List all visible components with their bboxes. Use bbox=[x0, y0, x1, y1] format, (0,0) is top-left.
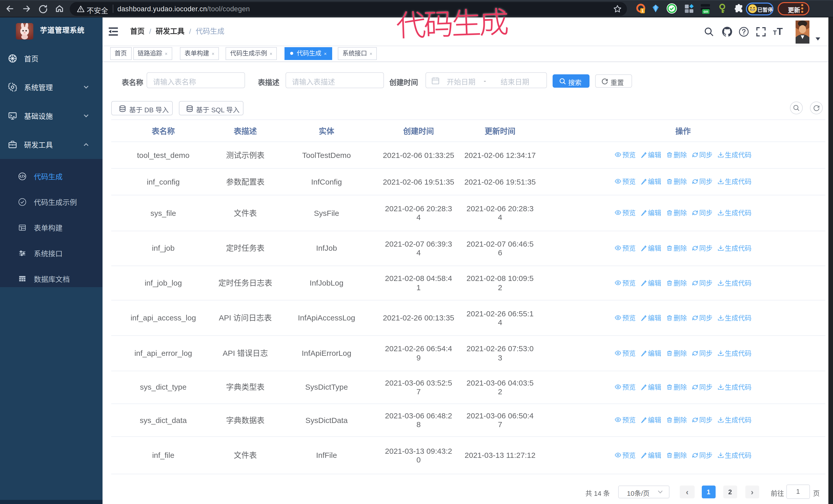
svg-text:on: on bbox=[704, 9, 708, 14]
svg-text:1: 1 bbox=[642, 9, 644, 13]
